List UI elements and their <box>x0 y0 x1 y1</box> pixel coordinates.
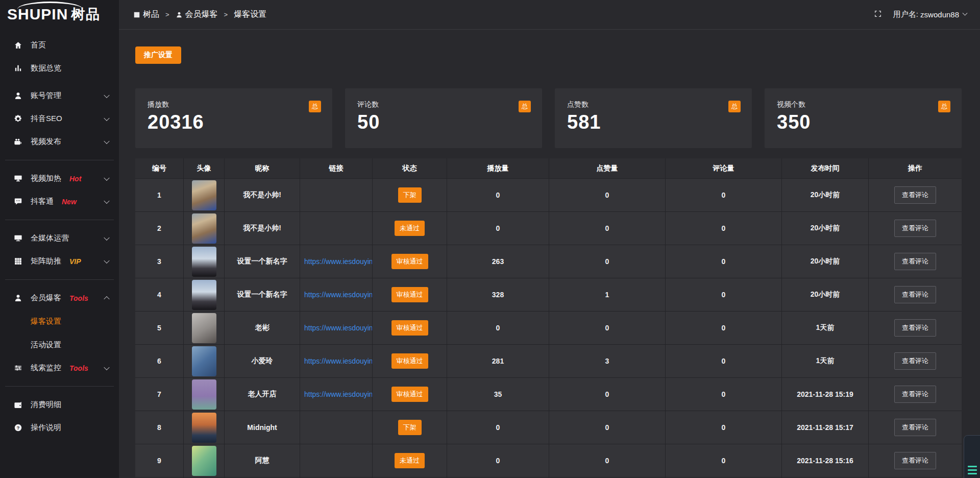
cell-avatar <box>184 411 225 444</box>
sidebar-subitem-活动设置[interactable]: 活动设置 <box>0 333 119 356</box>
cell-publish-time: 20小时前 <box>782 245 869 278</box>
cell-avatar <box>184 345 225 378</box>
cell-publish-time: 20小时前 <box>782 278 869 312</box>
view-comments-button[interactable]: 查看评论 <box>894 352 936 370</box>
sidebar-item-矩阵助推[interactable]: 矩阵助推VIP <box>0 250 119 273</box>
cell-publish-time: 20小时前 <box>782 179 869 212</box>
total-badge: 总 <box>728 101 741 112</box>
cell-nickname: 设置一个新名字 <box>225 245 300 278</box>
cell-nickname: 我不是小帅! <box>225 179 300 212</box>
sidebar-item-线索监控[interactable]: 线索监控Tools <box>0 356 119 379</box>
avatar <box>192 213 216 244</box>
sidebar-item-tag: New <box>62 198 77 206</box>
sidebar-item-数据总览[interactable]: 数据总览 <box>0 57 119 80</box>
sidebar-item-消费明细[interactable]: 消费明细 <box>0 393 119 416</box>
chevron-down-icon <box>104 257 109 263</box>
cell-comments: 0 <box>666 278 782 312</box>
cell-actions: 查看评论 <box>869 212 962 245</box>
topbar-right: 用户名: zswodun88 <box>874 10 967 20</box>
promo-settings-button[interactable]: 推广设置 <box>135 46 181 64</box>
menu-divider <box>5 386 114 387</box>
cell-likes: 0 <box>549 179 666 212</box>
username: zswodun88 <box>920 10 959 19</box>
avatar <box>192 280 216 310</box>
avatar <box>192 446 216 476</box>
cell-actions: 查看评论 <box>869 345 962 378</box>
table-row: 4设置一个新名字https://www.iesdouyin.c审核通过32810… <box>135 278 962 312</box>
view-comments-button[interactable]: 查看评论 <box>894 253 936 270</box>
sidebar-item-抖客通[interactable]: 抖客通New <box>0 190 119 213</box>
cell-avatar <box>184 212 225 245</box>
breadcrumb: 树品>会员爆客>爆客设置 <box>133 9 266 20</box>
cell-comments: 0 <box>666 444 782 477</box>
sidebar-item-label: 抖音SEO <box>31 114 62 124</box>
cell-actions: 查看评论 <box>869 278 962 312</box>
cell-likes: 3 <box>549 345 666 378</box>
video-link[interactable]: https://www.iesdouyin.c <box>300 312 373 345</box>
column-header-状态: 状态 <box>373 158 447 179</box>
user-menu[interactable]: 用户名: zswodun88 <box>893 10 967 19</box>
sidebar-item-首页[interactable]: 首页 <box>0 34 119 57</box>
sidebar-item-label: 数据总览 <box>31 63 61 73</box>
cell-plays: 0 <box>447 411 549 444</box>
view-comments-button[interactable]: 查看评论 <box>894 452 936 469</box>
breadcrumb-item-爆客设置[interactable]: 爆客设置 <box>234 9 266 20</box>
screen-icon <box>13 174 23 183</box>
cell-avatar <box>184 312 225 345</box>
floating-service-widget[interactable] <box>964 435 980 478</box>
cell-comments: 0 <box>666 179 782 212</box>
sidebar-item-会员爆客[interactable]: 会员爆客Tools <box>0 286 119 309</box>
video-link[interactable]: https://www.iesdouyin.c <box>300 278 373 312</box>
sidebar-item-视频发布[interactable]: 视频发布 <box>0 130 119 153</box>
menu-divider <box>5 279 114 280</box>
cell-likes: 0 <box>549 411 666 444</box>
cell-status: 下架 <box>373 179 447 212</box>
cell-likes: 0 <box>549 378 666 411</box>
cell-nickname: 阿慧 <box>225 444 300 477</box>
view-comments-button[interactable]: 查看评论 <box>894 419 936 436</box>
column-header-昵称: 昵称 <box>225 158 300 179</box>
table-header-row: 编号头像昵称链接状态播放量点赞量评论量发布时间操作 <box>135 158 962 179</box>
view-comments-button[interactable]: 查看评论 <box>894 186 936 204</box>
gear-icon <box>13 114 23 124</box>
fullscreen-icon[interactable] <box>874 10 882 20</box>
view-comments-button[interactable]: 查看评论 <box>894 319 936 337</box>
cell-status: 审核通过 <box>373 278 447 312</box>
breadcrumb-item-树品[interactable]: 树品 <box>133 9 159 20</box>
view-comments-button[interactable]: 查看评论 <box>894 286 936 303</box>
cell-avatar <box>184 245 225 278</box>
brand-logo[interactable]: SHUPIN 树品 <box>0 0 119 29</box>
cell-status: 下架 <box>373 411 447 444</box>
sidebar-item-抖音SEO[interactable]: 抖音SEO <box>0 107 119 130</box>
sidebar-item-操作说明[interactable]: ?操作说明 <box>0 416 119 439</box>
table-row: 6小爱玲https://www.iesdouyin.c审核通过281301天前查… <box>135 345 962 378</box>
cell-publish-time: 2021-11-28 15:17 <box>782 411 869 444</box>
video-link[interactable]: https://www.iesdouyin.c <box>300 345 373 378</box>
sidebar-item-视频加热[interactable]: 视频加热Hot <box>0 167 119 190</box>
view-comments-button[interactable]: 查看评论 <box>894 220 936 237</box>
sidebar-item-账号管理[interactable]: 账号管理 <box>0 84 119 107</box>
stat-card-视频个数: 视频个数350总 <box>765 88 962 148</box>
sidebar-item-label: 视频加热 <box>31 174 61 183</box>
wallet-icon <box>13 400 23 410</box>
sidebar-subitem-爆客设置[interactable]: 爆客设置 <box>0 309 119 333</box>
video-camera-icon <box>13 137 23 147</box>
sidebar-item-label: 操作说明 <box>31 423 61 433</box>
cell-id: 9 <box>135 444 184 477</box>
chevron-down-icon <box>104 92 109 98</box>
sidebar-item-全媒体运营[interactable]: 全媒体运营 <box>0 227 119 250</box>
video-link[interactable]: https://www.iesdouyin.c <box>300 378 373 411</box>
cell-plays: 328 <box>447 278 549 312</box>
cell-status: 未通过 <box>373 212 447 245</box>
avatar <box>192 413 216 443</box>
cell-likes: 0 <box>549 245 666 278</box>
column-header-链接: 链接 <box>300 158 373 179</box>
chevron-down-icon <box>104 138 109 144</box>
breadcrumb-item-会员爆客[interactable]: 会员爆客 <box>176 9 218 20</box>
cell-nickname: 小爱玲 <box>225 345 300 378</box>
breadcrumb-label: 树品 <box>143 9 159 20</box>
cell-plays: 0 <box>447 212 549 245</box>
view-comments-button[interactable]: 查看评论 <box>894 386 936 403</box>
cell-id: 5 <box>135 312 184 345</box>
video-link[interactable]: https://www.iesdouyin.c <box>300 245 373 278</box>
